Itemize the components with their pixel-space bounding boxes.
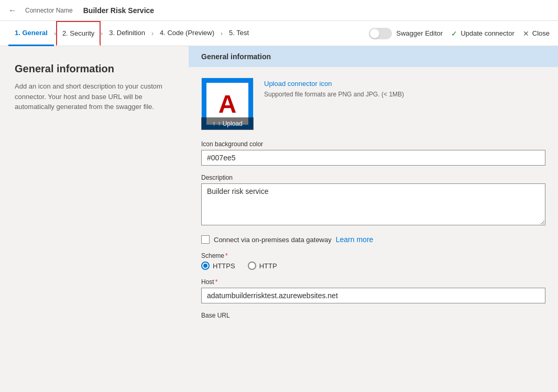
on-premises-checkbox-label: Connect via on-premises data gateway <box>214 236 332 244</box>
connector-name-label: Connector Name <box>25 7 73 14</box>
upload-label: ↑ Upload <box>217 120 242 127</box>
upload-info-text: Supported file formats are PNG and JPG. … <box>264 91 404 98</box>
nav-code-label: 4. Code (Preview) <box>160 29 214 37</box>
base-url-label: Base URL <box>201 312 545 319</box>
connector-name-input[interactable] <box>79 4 552 17</box>
host-label: Host* <box>201 278 545 286</box>
close-icon: ✕ <box>523 29 529 38</box>
host-group: Host* <box>201 278 545 303</box>
left-panel: General information Add an icon and shor… <box>0 46 189 392</box>
icon-upload-info: Upload connector icon Supported file for… <box>264 78 404 98</box>
http-radio-label: HTTP <box>259 262 277 270</box>
icon-upload-row: A ↑ ↑ Upload Upload connector icon Suppo… <box>201 78 545 130</box>
icon-preview-wrap: A ↑ ↑ Upload <box>201 78 254 130</box>
nav-test-label: 5. Test <box>229 29 249 37</box>
host-required: * <box>215 278 218 286</box>
https-radio-circle[interactable] <box>201 262 210 270</box>
nav-item-code[interactable]: 4. Code (Preview) <box>154 21 221 46</box>
nav-general-label: 1. General <box>15 29 48 37</box>
scheme-label: Scheme* <box>201 252 545 259</box>
upload-connector-icon-link[interactable]: Upload connector icon <box>264 80 404 88</box>
host-input[interactable] <box>201 288 545 303</box>
section-header: General information <box>189 46 558 67</box>
http-radio-option[interactable]: HTTP <box>248 262 277 270</box>
upload-button[interactable]: ↑ ↑ Upload <box>201 117 254 130</box>
left-panel-description: Add an icon and short description to you… <box>15 81 174 112</box>
check-icon: ✓ <box>451 29 457 38</box>
scheme-radio-row: HTTPS HTTP <box>201 262 545 270</box>
upload-icon: ↑ <box>212 120 215 127</box>
update-connector-button[interactable]: ✓ Update connector <box>451 29 515 38</box>
description-textarea[interactable]: Builder risk service <box>201 183 545 225</box>
on-premises-checkbox[interactable] <box>201 235 210 244</box>
description-group: Description Builder risk service <box>201 174 545 227</box>
icon-bg-color-group: Icon background color <box>201 140 545 166</box>
swagger-editor-toggle-container: Swagger Editor <box>369 28 443 39</box>
close-label: Close <box>532 29 550 37</box>
scheme-group: Scheme* HTTPS HTTP <box>201 252 545 270</box>
form-area: A ↑ ↑ Upload Upload connector icon Suppo… <box>189 67 558 338</box>
https-radio-option[interactable]: HTTPS <box>201 262 235 270</box>
nav-item-definition[interactable]: 3. Definition <box>103 21 151 46</box>
description-label: Description <box>201 174 545 181</box>
base-url-group: Base URL <box>201 312 545 319</box>
nav-item-test[interactable]: 5. Test <box>223 21 255 46</box>
nav-security-label: 2. Security <box>62 29 94 37</box>
update-connector-label: Update connector <box>461 29 515 37</box>
nav-definition-label: 3. Definition <box>109 29 145 37</box>
on-premises-checkbox-row: Connect via on-premises data gateway Lea… <box>201 235 545 244</box>
learn-more-link[interactable]: Learn more <box>336 235 374 244</box>
nav-item-general[interactable]: 1. General <box>8 21 54 46</box>
back-button[interactable]: ← <box>6 4 19 17</box>
icon-bg-color-label: Icon background color <box>201 140 545 148</box>
left-panel-title: General information <box>15 63 174 75</box>
right-panel: General information A ↑ ↑ Upload Upload … <box>189 46 558 392</box>
nav-item-security[interactable]: 2. Security <box>56 21 101 46</box>
https-radio-label: HTTPS <box>213 262 235 270</box>
nav-bar: 1. General › 2. Security › 3. Definition… <box>0 21 558 46</box>
toggle-knob <box>370 29 379 38</box>
scheme-required: * <box>225 252 228 259</box>
icon-bg-color-input[interactable] <box>201 150 545 166</box>
http-radio-circle[interactable] <box>248 262 256 270</box>
swagger-editor-label: Swagger Editor <box>396 29 443 37</box>
swagger-editor-toggle[interactable] <box>369 28 392 39</box>
close-button[interactable]: ✕ Close <box>523 29 550 38</box>
main-content: General information Add an icon and shor… <box>0 46 558 392</box>
title-bar: ← Connector Name <box>0 0 558 21</box>
